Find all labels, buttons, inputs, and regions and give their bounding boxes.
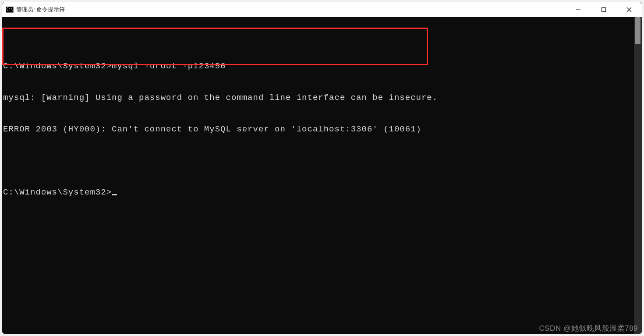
maximize-button[interactable] bbox=[591, 2, 616, 17]
window-controls bbox=[566, 2, 642, 17]
svg-rect-1 bbox=[602, 7, 606, 11]
highlight-annotation bbox=[2, 28, 428, 65]
titlebar[interactable]: C:\ 管理员: 命令提示符 bbox=[2, 2, 642, 17]
minimize-button[interactable] bbox=[566, 2, 591, 17]
close-icon bbox=[626, 7, 632, 12]
terminal-line: C:\Windows\System32> bbox=[2, 187, 634, 198]
prompt-command: mysql -uroot -p123456 bbox=[112, 61, 226, 71]
terminal[interactable]: C:\Windows\System32>mysql -uroot -p12345… bbox=[2, 17, 634, 334]
terminal-line: ERROR 2003 (HY000): Can't connect to MyS… bbox=[2, 124, 634, 134]
terminal-line: mysql: [Warning] Using a password on the… bbox=[2, 92, 634, 103]
minimize-icon bbox=[576, 7, 581, 12]
maximize-icon bbox=[601, 7, 606, 12]
scrollbar-thumb[interactable] bbox=[635, 17, 640, 44]
command-prompt-window: C:\ 管理员: 命令提示符 C:\Windows\System32>mysql… bbox=[2, 2, 642, 334]
terminal-line bbox=[2, 156, 634, 166]
terminal-line: C:\Windows\System32>mysql -uroot -p12345… bbox=[2, 61, 634, 71]
prompt-path: C:\Windows\System32> bbox=[3, 187, 112, 197]
terminal-area: C:\Windows\System32>mysql -uroot -p12345… bbox=[2, 17, 642, 334]
close-button[interactable] bbox=[616, 2, 642, 17]
cursor bbox=[112, 194, 117, 195]
app-icon: C:\ bbox=[6, 7, 14, 13]
prompt-path: C:\Windows\System32> bbox=[3, 61, 112, 71]
scrollbar[interactable] bbox=[634, 17, 642, 334]
window-title: 管理员: 命令提示符 bbox=[16, 6, 65, 14]
